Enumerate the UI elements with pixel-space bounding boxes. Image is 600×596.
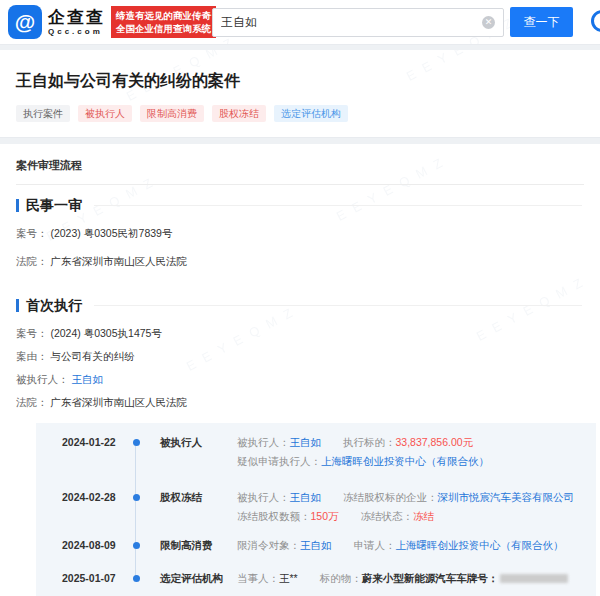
slogan-line-2: 全国企业信用查询系统	[116, 22, 211, 35]
brand-domain: Qcc.com	[48, 27, 105, 36]
section-first-execution: 首次执行	[16, 298, 584, 313]
corner-logo-icon	[591, 10, 600, 32]
company-link[interactable]: 深圳市悦宸汽车美容有限公司	[438, 491, 575, 503]
section-accent-bar	[16, 299, 19, 312]
slogan-line-1: 缔造有远见的商业传奇	[116, 9, 211, 22]
subject-matter: 蔚来小型新能源汽车车牌号：	[362, 572, 499, 584]
company-link[interactable]: 上海曙晖创业投资中心（有限合伙）	[396, 539, 564, 551]
field-court: 法院： 广东省深圳市南山区人民法院	[16, 255, 584, 268]
page-title: 王自如与公司有关的纠纷的案件	[16, 71, 584, 92]
tag-equity-freeze: 股权冻结	[212, 105, 266, 122]
tag-consumption-restriction: 限制高消费	[140, 105, 204, 122]
timeline-date: 2025-01-07	[62, 571, 124, 585]
person-link[interactable]: 王自如	[290, 491, 322, 503]
section-rule	[94, 305, 582, 306]
field-person-executed: 被执行人： 王自如	[16, 373, 584, 386]
person-link[interactable]: 王自如	[300, 539, 332, 551]
timeline-dot-icon	[133, 575, 140, 582]
timeline-panel: 2024-01-22 被执行人 被执行人：王自如 执行标的：33,837,856…	[36, 423, 596, 596]
separator-band	[0, 44, 600, 50]
timeline-details: 限消令对象：王自如 申请人：上海曙晖创业投资中心（有限合伙）	[237, 538, 588, 552]
person-link[interactable]: 王自如	[290, 436, 322, 448]
timeline-row: 2024-08-09 限制高消费 限消令对象：王自如 申请人：上海曙晖创业投资中…	[36, 538, 588, 552]
search-input[interactable]	[213, 16, 482, 30]
logo-glyph: @	[15, 10, 35, 34]
section-title: 民事一审	[26, 198, 82, 213]
search-bar: ✕	[212, 8, 504, 37]
flow-section-title: 案件审理流程	[16, 159, 584, 172]
qcc-logo-icon[interactable]: @	[8, 5, 42, 39]
frozen-equity-amount: 150万	[311, 510, 339, 522]
tag-appraisal-agency: 选定评估机构	[274, 105, 348, 122]
timeline-date: 2024-08-09	[62, 538, 124, 552]
tag-person-executed: 被执行人	[78, 105, 132, 122]
timeline-dot-icon	[133, 439, 140, 446]
timeline-date: 2024-01-22	[62, 435, 124, 468]
party-name: 王**	[279, 572, 298, 584]
status-tags: 执行案件 被执行人 限制高消费 股权冻结 选定评估机构	[16, 105, 584, 137]
timeline-date: 2024-02-28	[62, 490, 124, 523]
brand-text[interactable]: 企查查 Qcc.com	[48, 8, 105, 36]
search-button[interactable]: 查一下	[510, 7, 573, 37]
section-civil-first-instance: 民事一审	[16, 198, 584, 213]
section-rule	[94, 205, 582, 206]
field-case-number: 案号： (2024) 粤0305执1475号	[16, 327, 584, 340]
timeline-details: 被执行人：王自如 冻结股权标的企业：深圳市悦宸汽车美容有限公司 冻结股权数额：1…	[237, 490, 588, 523]
clear-icon[interactable]: ✕	[482, 16, 495, 29]
freeze-status: 冻结	[413, 510, 434, 522]
separator-band	[0, 137, 600, 144]
timeline-row: 2025-01-07 选定评估机构 当事人：王** 标的物：蔚来小型新能源汽车车…	[36, 571, 588, 585]
person-link[interactable]: 王自如	[71, 373, 103, 385]
timeline-dot-icon	[133, 542, 140, 549]
divider	[16, 184, 584, 185]
execution-amount: 33,837,856.00元	[396, 436, 474, 448]
timeline-event-type: 股权冻结	[148, 490, 237, 523]
tag-execution-case: 执行案件	[16, 105, 70, 122]
timeline-row: 2024-01-22 被执行人 被执行人：王自如 执行标的：33,837,856…	[36, 435, 588, 468]
timeline-event-type: 限制高消费	[148, 538, 237, 552]
brand-slogan-badge: 缔造有远见的商业传奇 全国企业信用查询系统	[111, 6, 216, 38]
field-case-number: 案号： (2023) 粤0305民初7839号	[16, 227, 584, 240]
brand-name: 企查查	[48, 8, 105, 27]
timeline-row: 2024-02-28 股权冻结 被执行人：王自如 冻结股权标的企业：深圳市悦宸汽…	[36, 490, 588, 523]
timeline-event-type: 被执行人	[148, 435, 237, 468]
timeline-details: 被执行人：王自如 执行标的：33,837,856.00元 疑似申请执行人：上海曙…	[237, 435, 588, 468]
section-title: 首次执行	[26, 298, 82, 313]
company-link[interactable]: 上海曙晖创业投资中心（有限合伙）	[321, 455, 489, 467]
top-header: @ 企查查 Qcc.com 缔造有远见的商业传奇 全国企业信用查询系统 ✕ 查一…	[0, 0, 600, 44]
redacted-plate-number	[500, 574, 568, 583]
timeline-details: 当事人：王** 标的物：蔚来小型新能源汽车车牌号：	[237, 571, 588, 585]
timeline-dot-icon	[133, 494, 140, 501]
section-accent-bar	[16, 199, 19, 212]
field-case-cause: 案由： 与公司有关的纠纷	[16, 350, 584, 363]
timeline-event-type: 选定评估机构	[148, 571, 237, 585]
field-court: 法院： 广东省深圳市南山区人民法院	[16, 396, 584, 409]
